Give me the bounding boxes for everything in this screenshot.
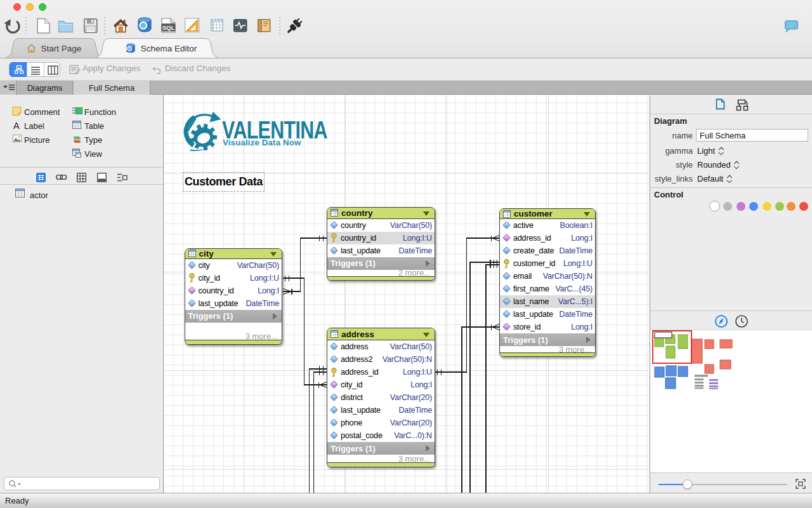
svg-text:SQL: SQL	[162, 24, 175, 31]
svg-text:A: A	[13, 121, 20, 131]
